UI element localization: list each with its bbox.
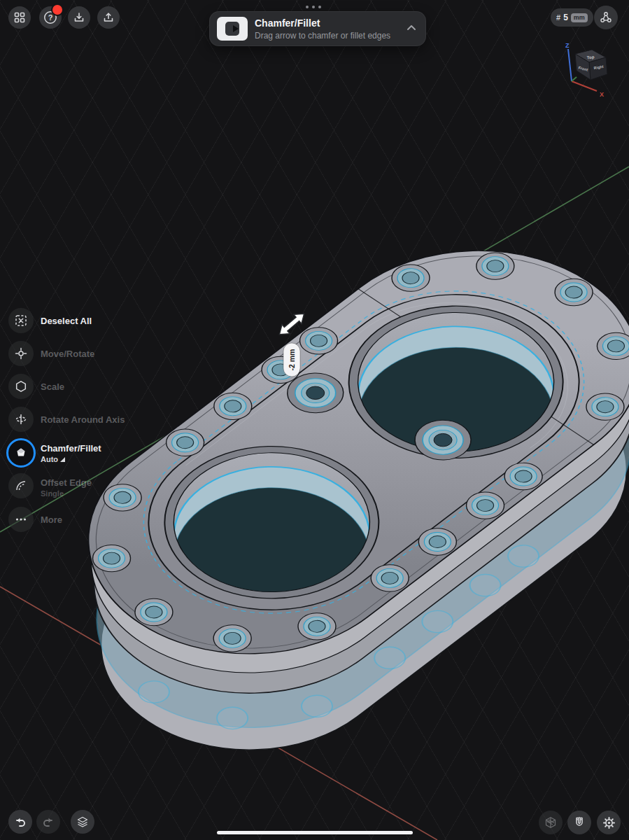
- rotate-around-axis-button[interactable]: [8, 407, 34, 432]
- chamfer-mode-value: Auto: [41, 455, 58, 463]
- axis-z-label: Z: [565, 42, 570, 49]
- section-box-icon: [544, 816, 557, 829]
- magnet-icon: [573, 816, 586, 829]
- tooltip-title: Chamfer/Fillet: [255, 18, 320, 29]
- tooltip-subtitle: Drag arrow to chamfer or fillet edges: [255, 31, 390, 41]
- more-icon: [15, 513, 27, 526]
- orientation-cube[interactable]: Z X Top Front Right: [565, 42, 607, 98]
- play-icon: [233, 25, 239, 32]
- scale-icon: [15, 380, 27, 393]
- redo-icon: [42, 816, 55, 828]
- move-rotate-icon: [15, 347, 27, 360]
- offset-edge-mode: Single: [41, 489, 64, 498]
- chamfer-mode-selector[interactable]: Auto: [41, 455, 65, 463]
- settings-button[interactable]: [597, 811, 621, 834]
- tool-label-deselect-all[interactable]: Deselect All: [41, 316, 92, 326]
- offset-edge-icon: [15, 479, 27, 492]
- deselect-all-icon: [15, 314, 27, 327]
- help-button[interactable]: ?: [39, 6, 62, 29]
- notification-badge: [51, 4, 64, 16]
- dimension-input-pill[interactable]: -2 mm: [283, 343, 300, 377]
- axis-x-label: X: [600, 91, 604, 98]
- import-icon: [73, 12, 85, 23]
- scale-button[interactable]: [8, 374, 34, 399]
- node-triangle-icon: [600, 11, 612, 24]
- tool-label-more[interactable]: More: [41, 514, 62, 525]
- offset-edge-button[interactable]: [8, 473, 34, 498]
- tool-tooltip-banner[interactable]: Chamfer/Fillet Drag arrow to chamfer or …: [209, 11, 426, 46]
- gear-icon: [602, 816, 616, 830]
- redo-button[interactable]: [36, 810, 60, 834]
- undo-icon: [14, 816, 27, 828]
- model-body[interactable]: [22, 204, 629, 794]
- tool-label-rotate-around-axis[interactable]: Rotate Around Axis: [41, 414, 125, 425]
- isolate-layers-button[interactable]: [71, 810, 94, 834]
- section-view-button[interactable]: [539, 811, 563, 834]
- chamfer-fillet-icon: [15, 447, 27, 459]
- svg-text:?: ?: [48, 13, 53, 22]
- window-handle-dots-icon[interactable]: [306, 6, 321, 8]
- grid-symbol: #: [556, 13, 560, 22]
- snapping-button[interactable]: [567, 811, 591, 834]
- tool-label-chamfer-fillet[interactable]: Chamfer/Fillet: [41, 443, 101, 454]
- cube-face-top-label: Top: [587, 55, 595, 59]
- move-rotate-button[interactable]: [8, 341, 34, 366]
- share-icon: [103, 12, 114, 23]
- grid-icon: [14, 12, 25, 23]
- deselect-all-button[interactable]: [8, 308, 34, 333]
- more-tools-button[interactable]: [8, 507, 34, 532]
- rotate-around-axis-icon: [15, 413, 27, 426]
- environment-button[interactable]: [594, 6, 618, 29]
- chamfer-fillet-button[interactable]: [6, 438, 36, 468]
- grid-snap-value: 5: [563, 13, 568, 22]
- export-share-button[interactable]: [97, 6, 120, 29]
- tool-label-offset-edge[interactable]: Offset Edge: [41, 477, 92, 488]
- projects-button[interactable]: [8, 6, 31, 29]
- tool-label-scale[interactable]: Scale: [41, 382, 64, 392]
- layers-icon: [76, 816, 89, 828]
- home-indicator[interactable]: [217, 831, 413, 834]
- dimension-value: -2 mm: [288, 349, 296, 371]
- undo-button[interactable]: [8, 810, 32, 834]
- grid-snap-unit: mm: [571, 13, 588, 22]
- mode-dropdown-icon: [60, 457, 65, 462]
- tool-video-thumbnail[interactable]: [217, 17, 248, 41]
- import-button[interactable]: [68, 6, 90, 29]
- grid-snap-pill[interactable]: # 5 mm: [551, 8, 593, 27]
- tool-label-move-rotate[interactable]: Move/Rotate: [41, 349, 94, 359]
- chevron-up-icon[interactable]: [407, 24, 416, 31]
